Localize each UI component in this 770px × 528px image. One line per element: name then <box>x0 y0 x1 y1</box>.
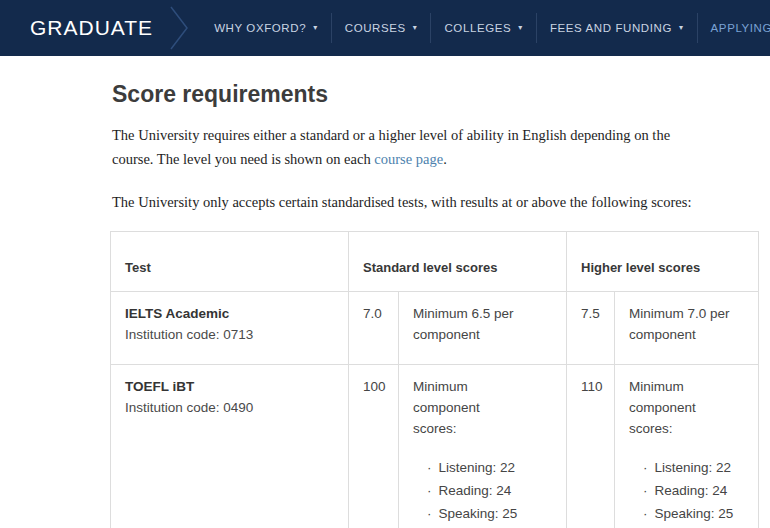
institution-code: Institution code: 0713 <box>125 324 334 345</box>
standard-score: 100 <box>349 365 399 528</box>
table-row-ielts: IELTS Academic Institution code: 0713 7.… <box>111 292 759 365</box>
component-score-item: Speaking: 25 <box>427 502 552 525</box>
standard-score: 7.0 <box>349 292 399 365</box>
component-score-item: Reading: 24 <box>643 479 744 502</box>
standard-detail: Minimum 6.5 per component <box>399 292 567 365</box>
intro-paragraph: The University requires either a standar… <box>112 123 712 171</box>
higher-score: 7.5 <box>567 292 615 365</box>
higher-detail: Minimum 7.0 per component <box>615 292 759 365</box>
nav-item-label: COURSES <box>345 22 406 34</box>
caret-down-icon: ▾ <box>313 23 318 32</box>
higher-detail: Minimum component scores: Listening: 22 … <box>615 365 759 528</box>
page-content: Score requirements The University requir… <box>0 81 770 528</box>
test-name: IELTS Academic <box>125 303 334 324</box>
tests-paragraph: The University only accepts certain stan… <box>112 190 712 214</box>
higher-score: 110 <box>567 365 615 528</box>
nav-item-courses[interactable]: COURSES ▾ <box>332 13 432 43</box>
component-score-list: Listening: 22 Reading: 24 Speaking: 25 W… <box>629 456 744 528</box>
nav-item-label: WHY OXFORD? <box>214 22 306 34</box>
column-header-standard-level: Standard level scores <box>349 232 567 292</box>
test-cell: IELTS Academic Institution code: 0713 <box>111 292 349 365</box>
component-score-list: Listening: 22 Reading: 24 Speaking: 25 W… <box>413 456 552 528</box>
intro-paragraph-text: . <box>443 151 447 167</box>
caret-down-icon: ▾ <box>518 23 523 32</box>
table-row-toefl: TOEFL iBT Institution code: 0490 100 Min… <box>111 365 759 528</box>
course-page-link[interactable]: course page <box>374 151 443 167</box>
column-header-higher-level: Higher level scores <box>567 232 759 292</box>
detail-intro: Minimum component scores: <box>413 376 525 439</box>
nav-item-fees-and-funding[interactable]: FEES AND FUNDING ▾ <box>537 13 698 43</box>
top-nav: GRADUATE WHY OXFORD? ▾ COURSES ▾ COLLEGE… <box>0 0 770 56</box>
test-name: TOEFL iBT <box>125 376 334 397</box>
nav-item-applying-to-oxford[interactable]: APPLYING TO OXFORD ▾ <box>698 13 770 43</box>
nav-item-label: APPLYING TO OXFORD <box>711 22 770 34</box>
caret-down-icon: ▾ <box>679 23 684 32</box>
component-score-item: Listening: 22 <box>427 456 552 479</box>
caret-down-icon: ▾ <box>413 23 418 32</box>
nav-item-colleges[interactable]: COLLEGES ▾ <box>431 13 536 43</box>
column-header-test: Test <box>111 232 349 292</box>
component-score-item: Reading: 24 <box>427 479 552 502</box>
scores-table: Test Standard level scores Higher level … <box>110 231 759 528</box>
page-title: Score requirements <box>112 81 770 108</box>
nav-item-label: FEES AND FUNDING <box>550 22 672 34</box>
nav-item-label: COLLEGES <box>444 22 511 34</box>
main-menu: WHY OXFORD? ▾ COURSES ▾ COLLEGES ▾ FEES … <box>201 0 770 56</box>
nav-item-why-oxford[interactable]: WHY OXFORD? ▾ <box>201 13 332 43</box>
standard-detail: Minimum component scores: Listening: 22 … <box>399 365 567 528</box>
site-section-title[interactable]: GRADUATE <box>30 16 153 40</box>
breadcrumb-chevron-icon <box>169 5 191 51</box>
detail-intro: Minimum component scores: <box>629 376 741 439</box>
test-cell: TOEFL iBT Institution code: 0490 <box>111 365 349 528</box>
institution-code: Institution code: 0490 <box>125 397 334 418</box>
component-score-item: Speaking: 25 <box>643 502 744 525</box>
component-score-item: Listening: 22 <box>643 456 744 479</box>
table-header-row: Test Standard level scores Higher level … <box>111 232 759 292</box>
